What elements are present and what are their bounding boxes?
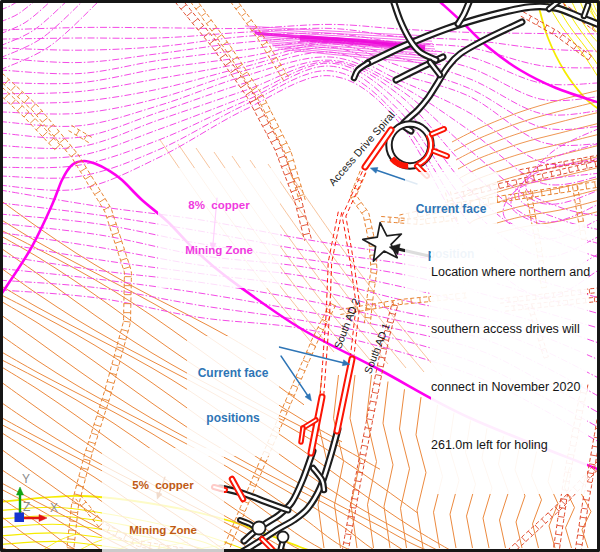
zone-5-line2: Mining Zone — [102, 523, 224, 538]
zone-8-copper-label: 8% copper Mining Zone — [158, 168, 280, 288]
axis-y-label: Y — [22, 472, 30, 486]
zone-5-line1: 5% copper — [102, 478, 224, 493]
note-line2: southern access drives will — [431, 320, 587, 339]
zone-8-line1: 8% copper — [158, 198, 280, 213]
axis-x-label: X — [50, 501, 58, 515]
note-line1: Location where northern and — [431, 263, 587, 282]
cfps-line2: positions — [187, 411, 279, 426]
zone-8-line2: Mining Zone — [158, 243, 280, 258]
map-viewport[interactable]: 8% copper Mining Zone Access Drive Spira… — [0, 0, 600, 552]
current-face-positions-label: Current face positions — [187, 336, 279, 456]
note-line4: 261.0m left for holing — [431, 436, 587, 455]
connection-note: Location where northern and southern acc… — [431, 224, 587, 494]
cfps-line1: Current face — [187, 366, 279, 381]
cfp-line1: Current face — [405, 202, 497, 217]
zone-5-copper-label: 5% copper Mining Zone — [102, 448, 224, 552]
note-line3: connect in November 2020 — [431, 378, 587, 397]
axis-z-label: Z — [23, 500, 30, 514]
